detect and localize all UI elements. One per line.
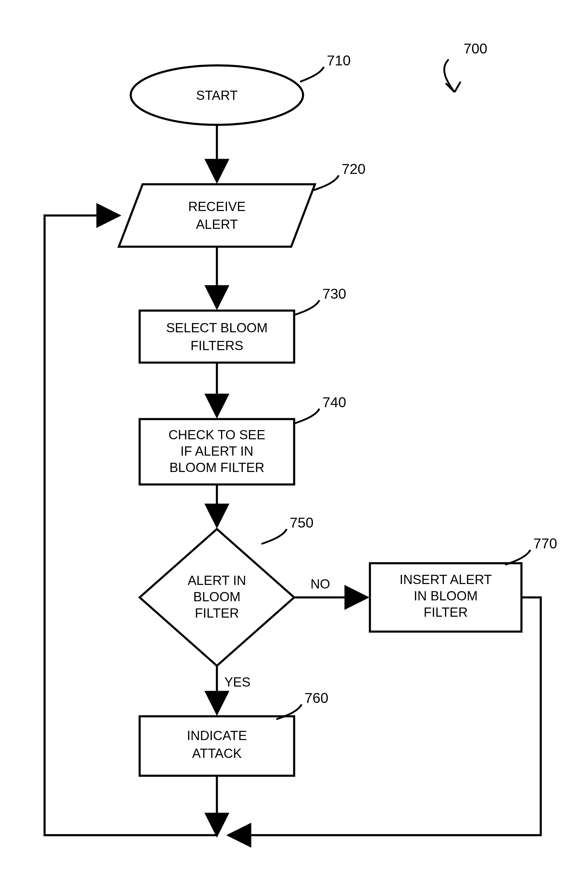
node-decision-ref: 750 — [290, 515, 314, 530]
edge-decision-yes: YES — [217, 666, 250, 713]
node-check-line3: BLOOM FILTER — [170, 460, 264, 475]
node-receive-line2: ALERT — [196, 217, 238, 231]
node-insert-ref: 770 — [533, 536, 557, 551]
node-select-line2: FILTERS — [190, 338, 243, 353]
figure-ref-label: 700 — [464, 41, 487, 57]
node-start-ref: 710 — [327, 53, 351, 68]
node-receive-line1: RECEIVE — [188, 199, 245, 214]
node-decision-line3: FILTER — [195, 606, 239, 620]
node-check-line2: IF ALERT IN — [180, 444, 253, 458]
node-receive: RECEIVE ALERT 720 — [119, 161, 366, 247]
node-indicate-line2: ATTACK — [192, 746, 242, 761]
node-start: START 710 — [131, 53, 351, 125]
node-select: SELECT BLOOM FILTERS 730 — [140, 286, 346, 363]
node-insert: INSERT ALERT IN BLOOM FILTER 770 — [370, 536, 557, 632]
node-decision: ALERT IN BLOOM FILTER 750 — [140, 515, 314, 666]
node-insert-line3: FILTER — [424, 605, 468, 619]
node-decision-line1: ALERT IN — [188, 573, 246, 587]
node-select-ref: 730 — [322, 286, 346, 302]
node-start-text: START — [196, 88, 238, 102]
edge-no-label: NO — [310, 577, 330, 591]
node-indicate-line1: INDICATE — [187, 728, 247, 743]
figure-ref: 700 — [444, 41, 487, 92]
node-check-line1: CHECK TO SEE — [168, 427, 266, 442]
svg-marker-1 — [119, 184, 315, 247]
node-insert-line2: IN BLOOM — [414, 589, 477, 603]
node-decision-line2: BLOOM — [194, 589, 241, 604]
node-check: CHECK TO SEE IF ALERT IN BLOOM FILTER 74… — [140, 394, 346, 485]
edge-decision-no: NO — [294, 577, 367, 598]
node-indicate-ref: 760 — [304, 690, 328, 706]
node-check-ref: 740 — [322, 394, 346, 410]
edge-yes-label: YES — [224, 675, 250, 689]
node-select-line1: SELECT BLOOM — [166, 320, 268, 335]
node-receive-ref: 720 — [342, 161, 366, 177]
node-insert-line1: INSERT ALERT — [400, 572, 492, 587]
node-indicate: INDICATE ATTACK 760 — [140, 690, 328, 776]
flowchart-700: 700 START 710 RECEIVE ALERT 720 SELECT B… — [0, 0, 588, 886]
svg-rect-2 — [140, 311, 294, 363]
